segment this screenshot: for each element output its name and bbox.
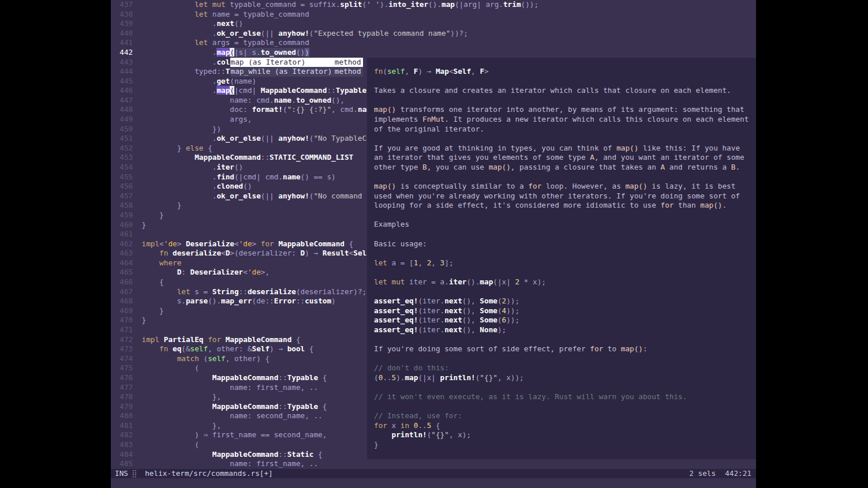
line-number: 460 (111, 220, 133, 230)
doc-line (374, 134, 754, 144)
code-token: is conceptually similar to a (396, 182, 528, 190)
completion-label: map (as Iterator) (231, 58, 306, 67)
code-token: ok_or_else (216, 192, 260, 200)
code-token: >, (261, 268, 270, 276)
code-token: (), (462, 325, 480, 334)
completion-item-map_while[interactable]: map_while (as Iterator)method (230, 67, 363, 77)
line-number: 464 (111, 258, 133, 268)
code-token: . (142, 172, 217, 181)
code-token (142, 38, 195, 47)
code-token: is lazy, it is best (648, 182, 736, 190)
code-token: next (444, 316, 462, 324)
doc-line (374, 354, 754, 364)
code-token: Some (480, 316, 497, 324)
code-token: like this: If you have (638, 144, 740, 152)
line-number: 466 (111, 277, 133, 287)
code-line[interactable]: 437 let mut typable_command = suffix.spl… (111, 0, 756, 10)
line-number: 474 (111, 354, 133, 364)
code-token: let (194, 0, 208, 9)
code-token: args, (142, 115, 252, 123)
doc-line: Examples (374, 220, 754, 230)
doc-line: map() is conceptually similar to a for l… (374, 182, 754, 192)
code-token: next (444, 296, 462, 305)
code-line[interactable]: 485 name: first_name, .. (111, 459, 756, 469)
spinner-icon: ⣿ (128, 469, 140, 478)
code-line[interactable]: 438 let name = typable_command (111, 10, 756, 20)
selection-count: 2 sels (689, 469, 725, 478)
code-line[interactable]: 441 let args = typable_command (111, 38, 756, 48)
line-number: 456 (111, 182, 133, 192)
code-token: } (142, 144, 186, 152)
line-number: 450 (111, 125, 133, 134)
doc-line: of the original iterator. (374, 125, 754, 134)
code-token: cloned (216, 182, 243, 190)
code-token: . (142, 134, 217, 142)
line-number: 483 (111, 440, 133, 450)
code-token: ok_or_else (216, 29, 260, 37)
code-token: for (261, 239, 274, 248)
code-token: trim (503, 0, 521, 9)
line-number: 457 (111, 192, 133, 201)
code-token: self (387, 67, 405, 76)
code-token: Basic usage: (374, 239, 427, 248)
code-line[interactable]: 442 .map(|s| s.to_owned()) (111, 48, 756, 58)
code-token: ok_or_else (216, 134, 260, 142)
code-line[interactable]: 439 .next() (111, 19, 756, 29)
doc-line (374, 268, 754, 277)
code-token: "{}" (480, 373, 497, 382)
completion-popup[interactable]: map (as Iterator)methodmap_while (as Ite… (230, 58, 363, 77)
code-token: ( (199, 354, 208, 363)
code-token: Typable (287, 402, 318, 411)
helix-editor-terminal[interactable]: 437 let mut typable_command = suffix.spl… (111, 0, 756, 488)
doc-line (374, 172, 754, 182)
code-token: { (431, 421, 440, 430)
code-token: ( (230, 48, 234, 57)
code-token: { (318, 373, 327, 382)
doc-line: other type B, you can use map(), passing… (374, 163, 754, 172)
command-line[interactable] (111, 478, 756, 488)
code-token: , passing a closure that takes an (511, 163, 661, 171)
code-token: map (442, 0, 455, 9)
code-token: name (274, 96, 292, 104)
line-number: 443 (111, 58, 133, 67)
code-token: { (142, 277, 164, 286)
code-line[interactable]: 440 .ok_or_else(|| anyhow!("Expected typ… (111, 29, 756, 39)
line-number: 437 (111, 0, 133, 10)
code-token: . (142, 58, 217, 66)
statusline: INS⣿helix-term/src/commands.rs[+] 2 sels… (111, 469, 756, 479)
code-token (159, 335, 164, 344)
doc-line: // it won't even execute, as it is lazy.… (374, 392, 754, 402)
doc-line (374, 58, 754, 67)
code-token: name (283, 172, 301, 181)
line-number: 448 (111, 105, 133, 115)
code-token (142, 450, 212, 459)
code-token: ). (396, 373, 405, 382)
code-token: . (142, 77, 217, 85)
line-number: 477 (111, 383, 133, 393)
code-token: impl (142, 239, 160, 248)
code-token: Takes a closure and creates an iterator … (374, 86, 731, 95)
doc-line: (0..5).map(|x| println!("{}", x)); (374, 373, 754, 383)
line-number: 454 (111, 163, 133, 172)
code-token: }) (142, 125, 222, 133)
completion-item-map[interactable]: map (as Iterator)method (230, 58, 363, 67)
code-token: ) → (270, 344, 287, 353)
code-token: < (159, 239, 164, 248)
doc-line: If you are good at thinking in types, yo… (374, 144, 754, 153)
code-token: Result (323, 249, 349, 257)
code-token: used when you're already working with ot… (374, 192, 740, 200)
code-token: None (480, 325, 497, 334)
code-token: for (590, 344, 603, 353)
code-token (168, 344, 173, 353)
code-token: map (405, 373, 418, 382)
code-token: ); (497, 325, 506, 334)
line-number: 476 (111, 373, 133, 383)
code-token: )); (506, 296, 519, 305)
line-number: 478 (111, 392, 133, 402)
code-token: "Expected typable command name" (313, 29, 450, 37)
code-token: Static (287, 450, 314, 459)
completion-kind: method (335, 67, 361, 77)
code-token: match (177, 354, 199, 363)
code-token: ( (142, 363, 199, 372)
line-number: 472 (111, 335, 133, 345)
